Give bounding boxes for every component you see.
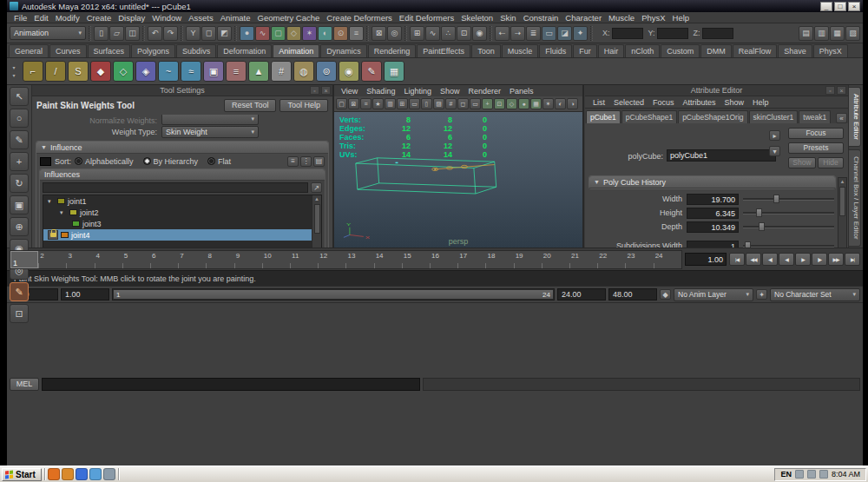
tool-help-button[interactable]: Tool Help bbox=[279, 99, 328, 112]
textured-icon[interactable]: ▦ bbox=[530, 98, 542, 109]
mel-command-input[interactable] bbox=[42, 378, 420, 391]
attribute-editor-menu-item[interactable]: List bbox=[589, 98, 609, 107]
frame-tick[interactable]: 20 bbox=[542, 251, 569, 268]
scrollbar-thumb[interactable] bbox=[314, 204, 320, 234]
shelf-tab[interactable]: General bbox=[9, 44, 49, 57]
grid-icon[interactable]: ⊞ bbox=[397, 98, 408, 109]
network-icon[interactable] bbox=[807, 470, 816, 479]
snap-to-curves-icon[interactable]: ∿ bbox=[425, 26, 440, 41]
current-frame-field[interactable]: 1.00 bbox=[685, 253, 727, 266]
shelf-list-icon[interactable]: ▾ bbox=[10, 72, 18, 78]
frame-selection-icon[interactable]: ⊡ bbox=[494, 98, 505, 109]
z-input[interactable] bbox=[702, 28, 733, 39]
close-button[interactable]: × bbox=[848, 2, 860, 11]
attribute-editor-menu-item[interactable]: Focus bbox=[648, 98, 679, 107]
last-tool-icon[interactable]: ⊡ bbox=[10, 304, 29, 323]
shelf-tab[interactable]: Hair bbox=[598, 44, 625, 57]
node-name-field[interactable]: polyCube1 bbox=[667, 149, 776, 162]
highlight-selection-icon[interactable]: ◎ bbox=[387, 26, 402, 41]
tab-channel-box-layer-editor[interactable]: Channel Box / Layer Editor bbox=[849, 149, 861, 247]
value-swatch[interactable] bbox=[40, 157, 51, 166]
shelf-tab[interactable]: DMM bbox=[700, 44, 732, 57]
influence-row-joint1[interactable]: ▾ joint1 bbox=[43, 195, 312, 207]
use-lights-icon[interactable]: ✶ bbox=[542, 98, 554, 109]
influence-row-joint3[interactable]: joint3 bbox=[43, 218, 312, 229]
close-panel-icon[interactable]: × bbox=[321, 86, 331, 95]
output-connections-icon[interactable]: ⇢ bbox=[510, 26, 525, 41]
frame-tick[interactable]: 21 bbox=[569, 251, 597, 268]
frame-tick[interactable]: 15 bbox=[402, 251, 430, 268]
mask-misc-icon[interactable]: ⊙ bbox=[333, 26, 348, 41]
frame-tick[interactable]: 16 bbox=[430, 251, 457, 268]
frame-tick[interactable]: 17 bbox=[457, 251, 485, 268]
float-panel-icon[interactable]: ▫ bbox=[825, 86, 835, 95]
mask-deformations-icon[interactable]: ◇ bbox=[286, 26, 301, 41]
subdivisions-width-field[interactable]: 1 bbox=[687, 241, 739, 248]
character-set-selector[interactable]: No Character Set ▾ bbox=[770, 288, 860, 301]
set-breakdown-icon[interactable]: ◇ bbox=[113, 61, 134, 82]
depth-field[interactable]: 10.349 bbox=[687, 221, 739, 233]
influences-header[interactable]: Influences bbox=[40, 169, 325, 181]
menu-item[interactable]: Assets bbox=[185, 13, 217, 23]
select-tool-icon[interactable]: ↖ bbox=[10, 87, 29, 106]
frame-tick[interactable]: 7 bbox=[178, 251, 206, 268]
frame-all-icon[interactable]: + bbox=[482, 98, 493, 109]
presets-button[interactable]: Presets bbox=[788, 142, 844, 154]
render-current-frame-icon[interactable]: ▭ bbox=[542, 26, 556, 41]
go-to-start-icon[interactable]: |◀ bbox=[729, 253, 745, 266]
menu-item[interactable]: Skeleton bbox=[457, 13, 496, 23]
sort-flat-radio[interactable]: Flat bbox=[207, 157, 237, 166]
shelf-tab[interactable]: Dynamics bbox=[320, 44, 367, 57]
attribute-editor-menu-item[interactable]: Help bbox=[748, 98, 773, 107]
height-slider[interactable] bbox=[743, 208, 836, 218]
menu-item[interactable]: Create bbox=[83, 13, 115, 23]
frame-tick[interactable]: 3 bbox=[66, 251, 94, 268]
menu-item[interactable]: Window bbox=[148, 13, 185, 23]
undo-icon[interactable]: ↶ bbox=[148, 26, 162, 41]
menu-item[interactable]: PhysX bbox=[638, 13, 668, 23]
select-by-object-icon[interactable]: ◻ bbox=[201, 26, 216, 41]
attribute-editor-menu-item[interactable]: Attributes bbox=[679, 98, 720, 107]
shelf-tab[interactable]: Toon bbox=[471, 44, 501, 57]
viewport-menu-item[interactable]: View bbox=[337, 87, 362, 96]
tool-settings-header[interactable]: Tool Settings ▫ × bbox=[32, 85, 332, 96]
shelf-tab[interactable]: Polygons bbox=[131, 44, 175, 57]
field-chart-icon[interactable]: # bbox=[445, 98, 457, 109]
select-by-hierarchy-icon[interactable]: Y bbox=[186, 26, 201, 41]
create-clip-icon[interactable]: ▣ bbox=[203, 61, 224, 82]
playback-end-field[interactable]: 24.00 bbox=[557, 288, 606, 300]
move-tool-icon[interactable]: + bbox=[10, 152, 29, 171]
mask-points-icon[interactable]: ● bbox=[240, 26, 254, 41]
subdivisions-width-slider[interactable] bbox=[743, 241, 836, 248]
joint-tool-icon[interactable]: ⌐ bbox=[23, 61, 43, 82]
width-field[interactable]: 19.700 bbox=[687, 194, 739, 205]
select-by-component-icon[interactable]: ◩ bbox=[217, 26, 232, 41]
shelf-tab[interactable]: Subdivs bbox=[176, 44, 216, 57]
range-slider-bar-inner[interactable]: 1 24 bbox=[114, 290, 553, 299]
menu-item[interactable]: Edit bbox=[30, 13, 51, 23]
resolution-gate-icon[interactable]: ▯ bbox=[421, 98, 432, 109]
frame-tick[interactable]: 4 bbox=[95, 251, 122, 268]
lock-camera-icon[interactable]: ⊠ bbox=[348, 98, 359, 109]
volume-icon[interactable] bbox=[795, 470, 804, 479]
viewport-menu-item[interactable]: Lighting bbox=[399, 87, 436, 96]
paint-select-tool-icon[interactable]: ✎ bbox=[10, 130, 29, 149]
set-key-icon[interactable]: ◆ bbox=[90, 61, 111, 82]
y-input[interactable] bbox=[657, 28, 688, 39]
frame-tick[interactable]: 6 bbox=[150, 251, 178, 268]
tab-scroll-left-icon[interactable]: « bbox=[836, 113, 847, 123]
play-forward-icon[interactable]: ▶ bbox=[795, 253, 811, 266]
height-field[interactable]: 6.345 bbox=[687, 208, 739, 219]
menu-item[interactable]: Skin bbox=[496, 13, 519, 23]
shelf-tab[interactable]: Curves bbox=[49, 44, 87, 57]
mask-rendering-icon[interactable]: ◐ bbox=[318, 26, 332, 41]
node-tab[interactable]: skinCluster1 bbox=[749, 110, 799, 123]
shelf-tab[interactable]: nCloth bbox=[625, 44, 660, 57]
browser-icon[interactable] bbox=[62, 468, 74, 480]
step-back-frame-icon[interactable]: ◀| bbox=[762, 253, 778, 266]
focus-button[interactable]: Focus bbox=[788, 128, 844, 139]
frame-tick[interactable]: 22 bbox=[597, 251, 625, 268]
blend-shape-icon[interactable]: ▲ bbox=[248, 61, 269, 82]
vertical-scrollbar[interactable]: ▲ ▼ bbox=[838, 177, 847, 248]
current-frame-playhead[interactable]: 1 bbox=[10, 251, 38, 268]
